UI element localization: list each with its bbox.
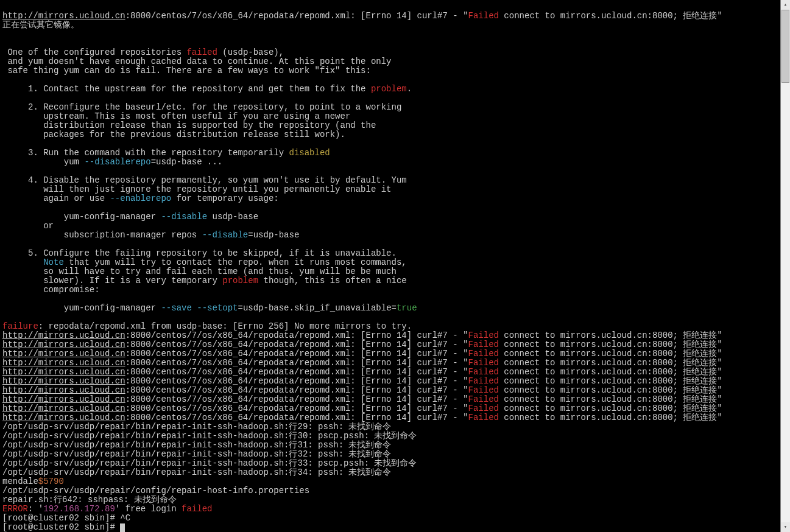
- text: /opt/usdp-srv/usdp/repair/bin/repair-ini…: [2, 431, 417, 441]
- text: /opt/usdp-srv/usdp/repair/bin/repair-ini…: [2, 449, 392, 459]
- text: connect to mirrors.ucloud.cn:8000; 拒绝连接": [499, 413, 722, 422]
- text: 1. Contact the upstream for the reposito…: [2, 84, 371, 94]
- text: ^C: [120, 513, 130, 523]
- text: connect to mirrors.ucloud.cn:8000; 拒绝连接": [499, 331, 722, 340]
- url-link[interactable]: http://mirrors.ucloud.cn: [2, 331, 125, 340]
- scroll-up-button[interactable]: ▴: [781, 0, 790, 10]
- text-error: ERROR: [2, 504, 28, 514]
- text: :8000/centos/7/os/x86_64/repodata/repomd…: [125, 367, 468, 377]
- text: connect to mirrors.ucloud.cn:8000; 拒绝连接": [499, 349, 722, 359]
- text: : ': [28, 504, 43, 514]
- text-disabled: disabled: [289, 148, 330, 158]
- text-failed: Failed: [468, 413, 499, 422]
- text-failed: Failed: [468, 394, 499, 404]
- text: connect to mirrors.ucloud.cn:8000; 拒绝连接": [499, 404, 722, 413]
- text-failed: Failed: [468, 367, 499, 377]
- url-link[interactable]: http://mirrors.ucloud.cn: [2, 404, 125, 413]
- url-link[interactable]: http://mirrors.ucloud.cn: [2, 358, 125, 368]
- text: One of the configured repositories: [2, 47, 186, 57]
- text: =usdp-base ...: [151, 157, 223, 167]
- text: :8000/centos/7/os/x86_64/repodata/repomd…: [125, 385, 468, 395]
- url-link[interactable]: http://mirrors.ucloud.cn: [2, 413, 125, 422]
- text-failed: Failed: [468, 404, 499, 413]
- scrollbar[interactable]: ▴ ▾: [780, 0, 790, 532]
- url-link[interactable]: http://mirrors.ucloud.cn: [2, 11, 125, 21]
- text: : repodata/repomd.xml from usdp-base: [E…: [38, 321, 412, 331]
- text: that yum will try to contact the repo. w…: [64, 257, 407, 267]
- text: =usdp-base: [248, 230, 299, 240]
- text-problem: problem: [371, 84, 407, 94]
- cursor: [120, 523, 125, 532]
- text-failed: Failed: [468, 376, 499, 386]
- text-failed: Failed: [468, 11, 499, 21]
- text: yum: [2, 157, 84, 167]
- text: 2. Reconfigure the baseurl/etc. for the …: [2, 102, 401, 112]
- text-option: --save: [161, 303, 191, 313]
- text: though, this is often a nice: [258, 276, 407, 285]
- text-option: --disable: [161, 212, 207, 222]
- url-link[interactable]: http://mirrors.ucloud.cn: [2, 349, 125, 359]
- text-ip: 192.168.172.89: [43, 504, 115, 514]
- text: upstream. This is most often useful if y…: [2, 111, 350, 121]
- text: yum-config-manager: [2, 303, 161, 313]
- text: :8000/centos/7/os/x86_64/repodata/repomd…: [125, 394, 468, 404]
- text: and yum doesn't have enough cached data …: [2, 57, 392, 66]
- text: :8000/centos/7/os/x86_64/repodata/repomd…: [125, 11, 468, 21]
- text-failed: Failed: [468, 385, 499, 395]
- text: connect to mirrors.ucloud.cn:8000; 拒绝连接": [499, 11, 722, 21]
- text: connect to mirrors.ucloud.cn:8000; 拒绝连接": [499, 376, 722, 386]
- text: :8000/centos/7/os/x86_64/repodata/repomd…: [125, 331, 468, 340]
- text: safe thing yum can do is fail. There are…: [2, 66, 371, 75]
- text: /opt/usdp-srv/usdp/repair/bin/repair-ini…: [2, 440, 392, 450]
- terminal-output[interactable]: http://mirrors.ucloud.cn:8000/centos/7/o…: [0, 0, 780, 532]
- text-failed: failed: [182, 504, 212, 514]
- text: for temporary usage:: [171, 194, 278, 203]
- text: packages for the previous distribution r…: [2, 130, 345, 139]
- text: /opt/usdp-srv/usdp/repair/bin/repair-ini…: [2, 467, 392, 477]
- url-link[interactable]: http://mirrors.ucloud.cn: [2, 394, 125, 404]
- text: slower). If it is a very temporary: [2, 276, 222, 285]
- text: $5790: [38, 477, 64, 486]
- text: mendale: [2, 477, 38, 486]
- text: .: [407, 84, 412, 94]
- text: [2, 257, 43, 267]
- text-option: --setopt: [197, 303, 238, 313]
- text-failed: Failed: [468, 340, 499, 349]
- text-note: Note: [43, 257, 64, 267]
- url-link[interactable]: http://mirrors.ucloud.cn: [2, 376, 125, 386]
- text: so will have to try and fail each time (…: [2, 267, 397, 276]
- prompt: [root@cluster02 sbin]#: [2, 522, 120, 532]
- text: ' free login: [115, 504, 182, 514]
- text: connect to mirrors.ucloud.cn:8000; 拒绝连接": [499, 385, 722, 395]
- scroll-down-button[interactable]: ▾: [781, 522, 790, 532]
- text-failed: Failed: [468, 331, 499, 340]
- text: distribution release than is supported b…: [2, 121, 376, 130]
- text: :8000/centos/7/os/x86_64/repodata/repomd…: [125, 376, 468, 386]
- text-failed: Failed: [468, 358, 499, 368]
- text: usdp-base: [207, 212, 258, 222]
- text: 3. Run the command with the repository t…: [2, 148, 289, 158]
- text: 5. Configure the failing repository to b…: [2, 248, 397, 258]
- text: subscription-manager repos: [2, 230, 202, 240]
- text-failure: failure: [2, 321, 38, 331]
- text: :8000/centos/7/os/x86_64/repodata/repomd…: [125, 404, 468, 413]
- scroll-thumb[interactable]: [781, 10, 789, 83]
- text: 4. Disable the repository permanently, s…: [2, 175, 407, 185]
- text-problem: problem: [222, 276, 258, 285]
- url-link[interactable]: http://mirrors.ucloud.cn: [2, 340, 125, 349]
- text: 正在尝试其它镜像。: [2, 20, 79, 30]
- text: connect to mirrors.ucloud.cn:8000; 拒绝连接": [499, 394, 722, 404]
- text-failed: Failed: [468, 349, 499, 359]
- text: /opt/usdp-srv/usdp/repair/bin/repair-ini…: [2, 458, 417, 468]
- text: /opt/usdp-srv/usdp/repair/bin/repair-ini…: [2, 422, 392, 432]
- text: :8000/centos/7/os/x86_64/repodata/repomd…: [125, 349, 468, 359]
- text: :8000/centos/7/os/x86_64/repodata/repomd…: [125, 340, 468, 349]
- text: connect to mirrors.ucloud.cn:8000; 拒绝连接": [499, 340, 722, 349]
- text: /opt/usdp-srv/usdp/repair/config/repair-…: [2, 486, 309, 495]
- text-option: --disablerepo: [84, 157, 150, 167]
- url-link[interactable]: http://mirrors.ucloud.cn: [2, 367, 125, 377]
- url-link[interactable]: http://mirrors.ucloud.cn: [2, 385, 125, 395]
- text: will then just ignore the repository unt…: [2, 184, 392, 194]
- text-option: --disable: [202, 230, 249, 240]
- text: again or use: [2, 194, 110, 203]
